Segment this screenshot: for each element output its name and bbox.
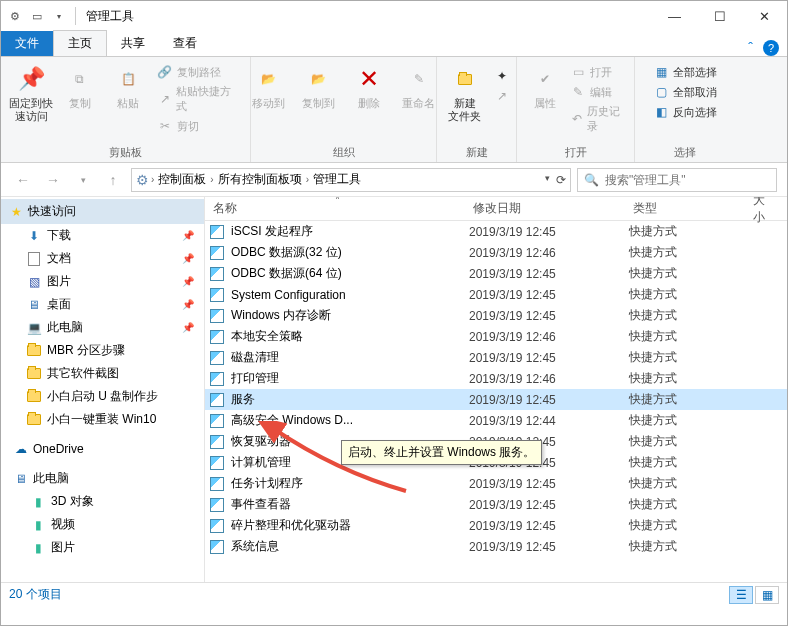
tab-view[interactable]: 查看 <box>159 31 211 56</box>
file-type: 快捷方式 <box>629 265 749 282</box>
file-list[interactable]: iSCSI 发起程序2019/3/19 12:45快捷方式ODBC 数据源(32… <box>205 221 787 581</box>
nav-onedrive[interactable]: ☁OneDrive <box>1 439 204 459</box>
minimize-button[interactable]: — <box>652 1 697 31</box>
back-button[interactable]: ← <box>11 168 35 192</box>
help-icon[interactable]: ? <box>763 40 779 56</box>
table-row[interactable]: System Configuration2019/3/19 12:45快捷方式 <box>205 284 787 305</box>
nav-this-pc[interactable]: 🖥此电脑 <box>1 467 204 490</box>
nav-item-label: 小白一键重装 Win10 <box>47 411 156 428</box>
crumb-1[interactable]: 所有控制面板项 <box>216 171 304 188</box>
file-icon <box>209 371 225 387</box>
history-button[interactable]: ↶历史记录 <box>568 103 626 135</box>
up-button[interactable]: ↑ <box>101 168 125 192</box>
file-icon <box>209 266 225 282</box>
nav-item[interactable]: ▧图片📌 <box>1 270 204 293</box>
copy-path-button[interactable]: 🔗复制路径 <box>155 63 242 81</box>
file-icon <box>209 392 225 408</box>
table-row[interactable]: 高级安全 Windows D...2019/3/19 12:44快捷方式 <box>205 410 787 431</box>
nav-item[interactable]: ▮视频 <box>1 513 204 536</box>
details-view-button[interactable]: ☰ <box>729 586 753 604</box>
nav-item[interactable]: 💻此电脑📌 <box>1 316 204 339</box>
nav-item[interactable]: 其它软件截图 <box>1 362 204 385</box>
file-date: 2019/3/19 12:45 <box>469 519 629 533</box>
select-all-button[interactable]: ▦全部选择 <box>651 63 719 81</box>
nav-item[interactable]: 文档📌 <box>1 247 204 270</box>
nav-item[interactable]: 小白一键重装 Win10 <box>1 408 204 431</box>
new-item-dropdown[interactable]: ✦ <box>492 67 512 85</box>
delete-button[interactable]: ✕删除 <box>346 61 392 110</box>
easy-access-dropdown[interactable]: ↗ <box>492 87 512 105</box>
file-name: 磁盘清理 <box>231 349 469 366</box>
nav-item-label: MBR 分区步骤 <box>47 342 125 359</box>
maximize-button[interactable]: ☐ <box>697 1 742 31</box>
nav-item[interactable]: ▮3D 对象 <box>1 490 204 513</box>
table-row[interactable]: 事件查看器2019/3/19 12:45快捷方式 <box>205 494 787 515</box>
tab-share[interactable]: 共享 <box>107 31 159 56</box>
crumb-2[interactable]: 管理工具 <box>311 171 363 188</box>
col-date[interactable]: 修改日期 <box>465 200 625 217</box>
refresh-icon[interactable]: ⟳ <box>556 173 566 187</box>
paste-shortcut-button[interactable]: ↗粘贴快捷方式 <box>155 83 242 115</box>
tab-home[interactable]: 主页 <box>53 30 107 56</box>
cut-button[interactable]: ✂剪切 <box>155 117 242 135</box>
col-type[interactable]: 类型 <box>625 200 745 217</box>
table-row[interactable]: iSCSI 发起程序2019/3/19 12:45快捷方式 <box>205 221 787 242</box>
table-row[interactable]: ODBC 数据源(64 位)2019/3/19 12:45快捷方式 <box>205 263 787 284</box>
navigation-pane[interactable]: ★快速访问 ⬇下载📌文档📌▧图片📌🖥桌面📌💻此电脑📌MBR 分区步骤其它软件截图… <box>1 197 205 582</box>
qat-dropdown-icon[interactable]: ▾ <box>49 6 69 26</box>
table-row[interactable]: 服务2019/3/19 12:45快捷方式 <box>205 389 787 410</box>
copy-to-button[interactable]: 📂复制到 <box>296 61 342 110</box>
file-icon <box>209 455 225 471</box>
table-row[interactable]: 本地安全策略2019/3/19 12:46快捷方式 <box>205 326 787 347</box>
recent-dropdown[interactable]: ▾ <box>71 168 95 192</box>
history-icon: ↶ <box>570 111 583 127</box>
file-type: 快捷方式 <box>629 433 749 450</box>
ribbon-collapse-icon[interactable]: ˆ <box>748 40 753 56</box>
pin-quickaccess-button[interactable]: 📌 固定到快 速访问 <box>9 61 54 123</box>
file-date: 2019/3/19 12:46 <box>469 246 629 260</box>
close-button[interactable]: ✕ <box>742 1 787 31</box>
table-row[interactable]: Windows 内存诊断2019/3/19 12:45快捷方式 <box>205 305 787 326</box>
edit-button[interactable]: ✎编辑 <box>568 83 626 101</box>
table-row[interactable]: 系统信息2019/3/19 12:45快捷方式 <box>205 536 787 557</box>
title-bar: ⚙ ▭ ▾ 管理工具 — ☐ ✕ <box>1 1 787 31</box>
properties-button[interactable]: ✔属性 <box>525 61 564 110</box>
address-dropdown-icon[interactable]: ▾ <box>545 173 550 187</box>
nav-item[interactable]: ⬇下载📌 <box>1 224 204 247</box>
table-row[interactable]: 打印管理2019/3/19 12:46快捷方式 <box>205 368 787 389</box>
copy-button[interactable]: ⧉ 复制 <box>58 61 103 110</box>
search-box[interactable]: 🔍 <box>577 168 777 192</box>
table-row[interactable]: ODBC 数据源(32 位)2019/3/19 12:46快捷方式 <box>205 242 787 263</box>
qat-properties-icon[interactable]: ▭ <box>27 6 47 26</box>
file-name: 碎片整理和优化驱动器 <box>231 517 469 534</box>
breadcrumb[interactable]: ⚙ › 控制面板› 所有控制面板项› 管理工具 ▾ ⟳ <box>131 168 571 192</box>
select-none-button[interactable]: ▢全部取消 <box>651 83 719 101</box>
crumb-0[interactable]: 控制面板 <box>156 171 208 188</box>
col-size[interactable]: 大小 <box>745 197 785 226</box>
nav-item[interactable]: 🖥桌面📌 <box>1 293 204 316</box>
search-input[interactable] <box>605 173 770 187</box>
nav-item[interactable]: 小白启动 U 盘制作步 <box>1 385 204 408</box>
forward-button[interactable]: → <box>41 168 65 192</box>
open-button[interactable]: ▭打开 <box>568 63 626 81</box>
tab-file[interactable]: 文件 <box>1 31 53 56</box>
nav-quick-access[interactable]: ★快速访问 <box>1 199 204 224</box>
file-icon <box>209 224 225 240</box>
table-row[interactable]: 碎片整理和优化驱动器2019/3/19 12:45快捷方式 <box>205 515 787 536</box>
table-row[interactable]: 任务计划程序2019/3/19 12:45快捷方式 <box>205 473 787 494</box>
rename-button[interactable]: ✎重命名 <box>396 61 442 110</box>
table-row[interactable]: 磁盘清理2019/3/19 12:45快捷方式 <box>205 347 787 368</box>
nav-item[interactable]: ▮图片 <box>1 536 204 559</box>
file-name: 系统信息 <box>231 538 469 555</box>
icons-view-button[interactable]: ▦ <box>755 586 779 604</box>
move-to-button[interactable]: 📂移动到 <box>246 61 292 110</box>
invert-selection-button[interactable]: ◧反向选择 <box>651 103 719 121</box>
file-date: 2019/3/19 12:45 <box>469 540 629 554</box>
paste-button[interactable]: 📋 粘贴 <box>106 61 151 110</box>
file-icon <box>209 245 225 261</box>
nav-item[interactable]: MBR 分区步骤 <box>1 339 204 362</box>
open-icon: ▭ <box>570 64 586 80</box>
file-date: 2019/3/19 12:45 <box>469 225 629 239</box>
group-organize-label: 组织 <box>333 143 355 160</box>
new-folder-button[interactable]: 新建 文件夹 <box>442 61 488 123</box>
